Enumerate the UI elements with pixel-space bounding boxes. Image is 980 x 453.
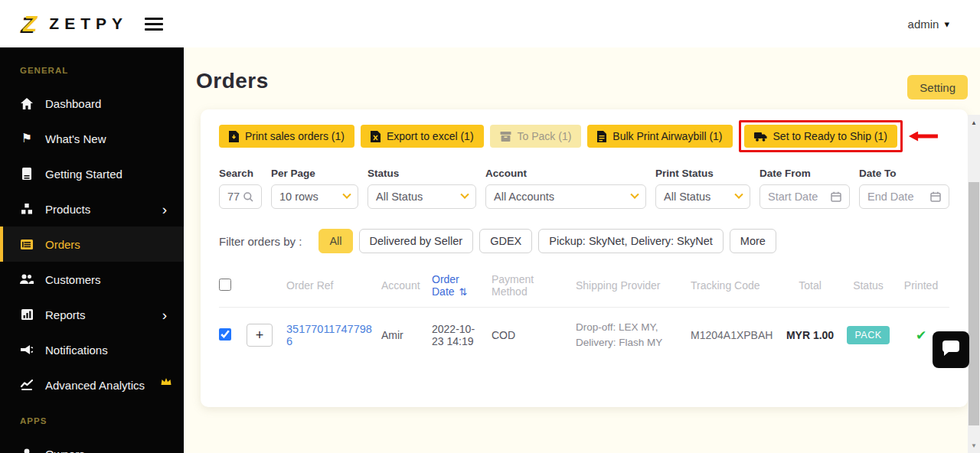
date-from-filter: Date From: [760, 168, 850, 209]
print-status-value: All Status: [664, 191, 710, 203]
date-to-filter: Date To: [859, 168, 949, 209]
sidebar-item-orders[interactable]: Orders: [0, 226, 184, 262]
scroll-down-icon[interactable]: ▼: [968, 439, 980, 451]
print-status-select[interactable]: All Status: [655, 184, 750, 209]
user-name: admin: [908, 18, 939, 31]
button-label: To Pack (1): [518, 130, 572, 142]
col-payment-method: Payment Method: [492, 273, 576, 298]
search-icon: [243, 192, 253, 202]
brand-logo[interactable]: Z ZETPY: [23, 12, 163, 35]
export-to-excel-button[interactable]: Export to excel (1): [361, 125, 484, 148]
vertical-scrollbar[interactable]: ▲ ▼: [968, 115, 980, 453]
filters-row: Search Per Page 10 rows: [219, 168, 949, 209]
sidebar-item-products[interactable]: Products ›: [0, 191, 184, 226]
filter-tab-gdex[interactable]: GDEX: [479, 229, 532, 253]
col-printed: Printed: [899, 279, 951, 292]
bulk-actions-row: Print sales orders (1) Export to excel (…: [219, 120, 949, 152]
table-header-row: Order Ref Account Order Date ⇅ Payment M…: [219, 267, 949, 308]
sidebar-item-label: Dashboard: [45, 97, 101, 110]
line-chart-icon: [20, 379, 34, 391]
search-field[interactable]: [227, 191, 243, 203]
chat-widget-button[interactable]: [933, 331, 969, 368]
sidebar-item-label: Advanced Analytics: [45, 379, 145, 392]
print-sales-orders-button[interactable]: Print sales orders (1): [219, 125, 354, 148]
order-ref-link[interactable]: 351770117477986: [286, 323, 381, 347]
annotation-arrow-left-icon: [909, 132, 938, 142]
sidebar-item-dashboard[interactable]: Dashboard: [0, 86, 184, 121]
filter-tab-skynet[interactable]: Pickup: SkyNet, Delivery: SkyNet: [538, 229, 724, 253]
sidebar-item-getting-started[interactable]: Getting Started: [0, 156, 184, 191]
order-date-cell: 2022-10-23 14:19: [432, 323, 492, 347]
total-cell: MYR 1.00: [782, 329, 845, 341]
order-list-icon: [20, 238, 34, 250]
to-pack-button[interactable]: To Pack (1): [490, 125, 582, 148]
status-select[interactable]: All Status: [368, 184, 476, 209]
col-shipping-provider: Shipping Provider: [576, 279, 691, 292]
sidebar-item-label: Getting Started: [45, 168, 122, 181]
sidebar-item-label: Products: [45, 203, 90, 216]
col-order-date-label: Order Date: [432, 273, 459, 298]
quick-filter-label: Filter orders by :: [219, 235, 302, 248]
bulk-print-airwaybill-button[interactable]: Bulk Print Airwaybill (1): [587, 125, 732, 148]
sidebar-item-label: Owners: [45, 448, 85, 453]
filter-tab-delivered-by-seller[interactable]: Delivered by Seller: [359, 229, 474, 253]
sidebar-item-advanced-analytics[interactable]: Advanced Analytics: [0, 367, 184, 402]
sidebar-item-label: Notifications: [45, 344, 108, 357]
book-icon: [20, 168, 34, 180]
sidebar: GENERAL Dashboard ⚑ What's New Getting S…: [0, 47, 184, 453]
calendar-icon: [831, 191, 841, 202]
col-tracking-code: Tracking Code: [691, 279, 782, 292]
col-order-ref: Order Ref: [286, 279, 381, 292]
search-input[interactable]: [219, 184, 262, 209]
print-status-filter: Print Status All Status: [655, 168, 750, 209]
scrollbar-thumb[interactable]: [969, 182, 979, 425]
boxes-icon: [20, 203, 34, 215]
sidebar-item-reports[interactable]: Reports ›: [0, 297, 184, 332]
status-label: Status: [368, 168, 476, 179]
sidebar-item-notifications[interactable]: Notifications: [0, 332, 184, 367]
app-window: Z ZETPY admin ▾ GENERAL Dashboard ⚑ What…: [0, 0, 980, 453]
table-row: + 351770117477986 Amir 2022-10-23 14:19 …: [219, 308, 949, 363]
chevron-right-icon: ›: [162, 308, 167, 322]
row-checkbox[interactable]: [219, 328, 231, 341]
megaphone-icon: [20, 344, 34, 356]
start-date-field[interactable]: [768, 191, 831, 203]
col-status: Status: [845, 279, 899, 292]
sidebar-section-general: GENERAL: [20, 66, 184, 78]
sidebar-item-label: Reports: [45, 308, 86, 321]
date-to-input[interactable]: [859, 184, 949, 209]
sidebar-item-label: Customers: [45, 273, 101, 286]
document-icon: [597, 131, 606, 142]
end-date-field[interactable]: [867, 191, 930, 203]
sidebar-section-apps: APPS: [20, 416, 184, 429]
excel-icon: [371, 131, 381, 142]
annotation-highlight-box: Set to Ready to Ship (1): [739, 120, 903, 152]
select-all-checkbox[interactable]: [219, 279, 231, 291]
setting-button[interactable]: Setting: [907, 75, 968, 99]
sidebar-item-customers[interactable]: Customers: [0, 262, 184, 297]
scroll-up-icon[interactable]: ▲: [968, 116, 980, 129]
user-menu[interactable]: admin ▾: [908, 18, 949, 31]
chevron-right-icon: ›: [162, 202, 167, 217]
page-title: Orders: [196, 69, 269, 93]
per-page-select[interactable]: 10 rows: [271, 184, 358, 209]
date-from-input[interactable]: [760, 184, 850, 209]
calendar-icon: [930, 191, 941, 202]
filter-tab-all[interactable]: All: [318, 229, 352, 253]
expand-row-button[interactable]: +: [247, 324, 273, 347]
set-to-ready-to-ship-button[interactable]: Set to Ready to Ship (1): [744, 125, 897, 148]
chevron-down-icon: [460, 191, 469, 199]
chat-bubble-icon: [942, 340, 960, 360]
date-from-label: Date From: [760, 168, 850, 179]
payment-method-cell: COD: [492, 329, 576, 341]
sidebar-item-owners[interactable]: Owners: [0, 436, 184, 453]
person-icon: [20, 448, 34, 453]
account-select[interactable]: All Accounts: [485, 184, 646, 209]
account-value: All Accounts: [494, 191, 554, 203]
main-content: Orders Setting Print sales orders (1) Ex…: [184, 47, 980, 453]
filter-tab-more[interactable]: More: [730, 229, 776, 253]
button-label: Print sales orders (1): [245, 130, 345, 142]
col-order-date[interactable]: Order Date ⇅: [432, 273, 492, 298]
sidebar-item-whats-new[interactable]: ⚑ What's New: [0, 121, 184, 156]
hamburger-menu-icon[interactable]: [145, 18, 163, 31]
